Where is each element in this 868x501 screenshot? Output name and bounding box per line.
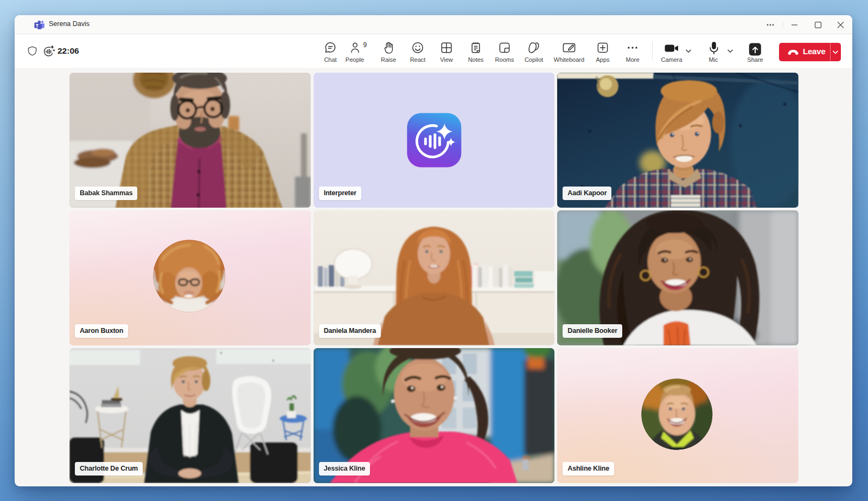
svg-text:9: 9 <box>363 41 367 49</box>
